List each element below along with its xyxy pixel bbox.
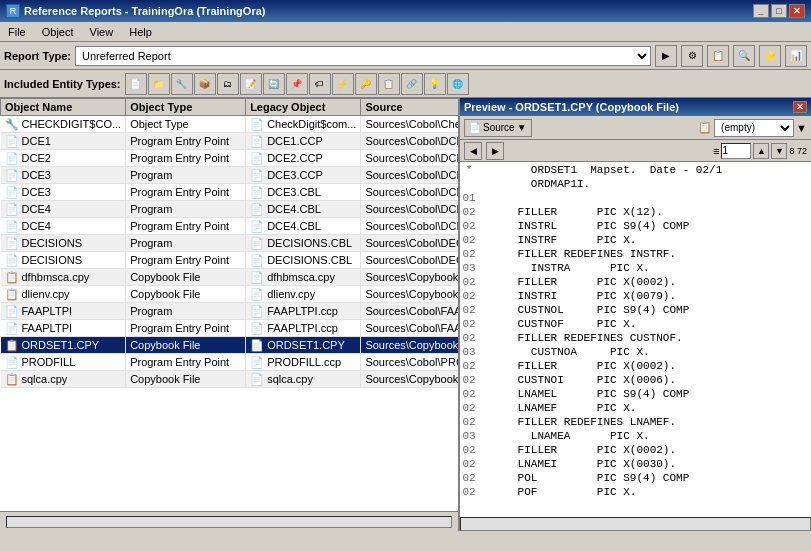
- entity-icon-9[interactable]: 🏷: [309, 73, 331, 95]
- window-title: Reference Reports - TrainingOra (Trainin…: [24, 5, 265, 17]
- code-line: 02 LNAMEF PIC X.: [462, 402, 809, 416]
- table-row[interactable]: 🔧CHECKDIGIT$CO... Object Type 📄CheckDigi…: [1, 116, 459, 133]
- legacy-icon: 📄: [250, 372, 264, 386]
- toolbar-btn-6[interactable]: 📊: [785, 45, 807, 67]
- toolbar-btn-3[interactable]: 📋: [707, 45, 729, 67]
- entity-icon-5[interactable]: 🗂: [217, 73, 239, 95]
- entity-icon-15[interactable]: 🌐: [447, 73, 469, 95]
- preview-close-button[interactable]: ✕: [793, 101, 807, 113]
- entity-icon-2[interactable]: 📁: [148, 73, 170, 95]
- table-row[interactable]: 📄FAAPLTPI Program 📄FAAPLTPI.ccp Sources\…: [1, 303, 459, 320]
- minimize-button[interactable]: _: [753, 4, 769, 18]
- entity-icon-4[interactable]: 📦: [194, 73, 216, 95]
- cell-legacy: 📄PRODFILL.ccp: [246, 354, 361, 371]
- table-row[interactable]: 📋dfhbmsca.cpy Copybook File 📄dfhbmsca.cp…: [1, 269, 459, 286]
- code-line: 01: [462, 192, 809, 206]
- table-row[interactable]: 📄DCE3 Program Entry Point 📄DCE3.CBL Sour…: [1, 184, 459, 201]
- nav-btn-2[interactable]: ▶: [486, 142, 504, 160]
- cell-type: Program: [126, 235, 246, 252]
- entity-icon-10[interactable]: ⚡: [332, 73, 354, 95]
- table-row[interactable]: 📄FAAPLTPI Program Entry Point 📄FAAPLTPI.…: [1, 320, 459, 337]
- cell-type: Copybook File: [126, 371, 246, 388]
- toolbar-btn-4[interactable]: 🔍: [733, 45, 755, 67]
- toolbar-btn-5[interactable]: ⭐: [759, 45, 781, 67]
- col-legacy-object[interactable]: Legacy Object: [246, 99, 361, 116]
- code-line: 02 FILLER PIC X(0002).: [462, 360, 809, 374]
- cell-type: Program: [126, 303, 246, 320]
- empty-select[interactable]: (empty): [714, 119, 794, 137]
- line-content: ORDSET1 Mapset. Date - 02/1: [478, 164, 809, 178]
- col-source[interactable]: Source: [361, 99, 458, 116]
- entity-icon-1[interactable]: 📄: [125, 73, 147, 95]
- nav-btn-1[interactable]: ◀: [464, 142, 482, 160]
- line-content: CUSTNOF PIC X.: [478, 318, 809, 332]
- horizontal-scrollbar[interactable]: [6, 516, 452, 528]
- legacy-icon: 📄: [250, 287, 264, 301]
- preview-title: Preview - ORDSET1.CPY (Copybook File): [464, 101, 679, 113]
- line-number-input[interactable]: [721, 143, 751, 159]
- table-row[interactable]: 📄DECISIONS Program Entry Point 📄DECISION…: [1, 252, 459, 269]
- table-row[interactable]: 📄DCE1 Program Entry Point 📄DCE1.CCP Sour…: [1, 133, 459, 150]
- cell-legacy: 📄DCE1.CCP: [246, 133, 361, 150]
- table-row[interactable]: 📋dlienv.cpy Copybook File 📄dlienv.cpy So…: [1, 286, 459, 303]
- line-down-btn[interactable]: ▼: [771, 143, 787, 159]
- preview-horizontal-scrollbar[interactable]: [460, 517, 811, 531]
- source-button[interactable]: 📄 Source ▼: [464, 119, 532, 137]
- col-object-type[interactable]: Object Type: [126, 99, 246, 116]
- line-content: FILLER REDEFINES CUSTNOF.: [478, 332, 809, 346]
- table-row[interactable]: 📋sqlca.cpy Copybook File 📄sqlca.cpy Sour…: [1, 371, 459, 388]
- table-row[interactable]: 📄DCE4 Program 📄DCE4.CBL Sources\Cobol\DC…: [1, 201, 459, 218]
- preview-title-bar: Preview - ORDSET1.CPY (Copybook File) ✕: [460, 98, 811, 116]
- menu-file[interactable]: File: [4, 25, 30, 39]
- legacy-icon: 📄: [250, 355, 264, 369]
- entity-icon-7[interactable]: 🔄: [263, 73, 285, 95]
- menu-bar: File Object View Help: [0, 22, 811, 42]
- entity-icon-14[interactable]: 💡: [424, 73, 446, 95]
- code-line: 02 FILLER REDEFINES INSTRF.: [462, 248, 809, 262]
- menu-object[interactable]: Object: [38, 25, 78, 39]
- report-type-combo[interactable]: Unreferred Report: [75, 46, 651, 66]
- col-object-name[interactable]: Object Name: [1, 99, 126, 116]
- table-row[interactable]: 📄PRODFILL Program Entry Point 📄PRODFILL.…: [1, 354, 459, 371]
- cell-name: 📄DECISIONS: [1, 252, 126, 269]
- table-row[interactable]: 📄DCE2 Program Entry Point 📄DCE2.CCP Sour…: [1, 150, 459, 167]
- code-line: 03 INSTRA PIC X.: [462, 262, 809, 276]
- toolbar-btn-1[interactable]: ▶: [655, 45, 677, 67]
- table-row[interactable]: 📄DECISIONS Program 📄DECISIONS.CBL Source…: [1, 235, 459, 252]
- menu-view[interactable]: View: [86, 25, 118, 39]
- code-line: 02 POF PIC X.: [462, 486, 809, 500]
- entity-icon-13[interactable]: 🔗: [401, 73, 423, 95]
- line-marker: *: [462, 164, 476, 178]
- line-marker: 02: [462, 290, 476, 304]
- menu-help[interactable]: Help: [125, 25, 156, 39]
- toolbar-btn-2[interactable]: ⚙: [681, 45, 703, 67]
- code-line: 03 CUSTNOA PIC X.: [462, 346, 809, 360]
- line-content: [478, 192, 809, 206]
- table-row[interactable]: 📄DCE3 Program 📄DCE3.CCP Sources\Cobol\DC…: [1, 167, 459, 184]
- table-row[interactable]: 📄DCE4 Program Entry Point 📄DCE4.CBL Sour…: [1, 218, 459, 235]
- preview-content[interactable]: * ORDSET1 Mapset. Date - 02/1 ORDMAP1I.0…: [460, 162, 811, 517]
- data-table[interactable]: Object Name Object Type Legacy Object So…: [0, 98, 458, 511]
- cell-legacy: 📄DCE4.CBL: [246, 201, 361, 218]
- row-icon: 📄: [5, 253, 19, 267]
- row-icon: 📄: [5, 151, 19, 165]
- cell-name: 📄PRODFILL: [1, 354, 126, 371]
- line-up-btn[interactable]: ▲: [753, 143, 769, 159]
- line-content: POF PIC X.: [478, 486, 809, 500]
- legacy-icon: 📄: [250, 236, 264, 250]
- legacy-icon: 📄: [250, 270, 264, 284]
- entity-icon-group: 📄 📁 🔧 📦 🗂 📝 🔄 📌 🏷 ⚡ 🔑 📋 🔗 💡 🌐: [125, 73, 469, 95]
- cell-source: Sources\Cobol\DCE: [361, 218, 458, 235]
- entity-icon-12[interactable]: 📋: [378, 73, 400, 95]
- code-line: 03 LNAMEA PIC X.: [462, 430, 809, 444]
- entity-icon-11[interactable]: 🔑: [355, 73, 377, 95]
- entity-icon-3[interactable]: 🔧: [171, 73, 193, 95]
- maximize-button[interactable]: □: [771, 4, 787, 18]
- close-button[interactable]: ✕: [789, 4, 805, 18]
- entity-icon-6[interactable]: 📝: [240, 73, 262, 95]
- table-row[interactable]: 📋ORDSET1.CPY Copybook File 📄ORDSET1.CPY …: [1, 337, 459, 354]
- entity-icon-8[interactable]: 📌: [286, 73, 308, 95]
- row-icon: 📄: [5, 202, 19, 216]
- line-content: ORDMAP1I.: [478, 178, 809, 192]
- code-line: 02 CUSTNOF PIC X.: [462, 318, 809, 332]
